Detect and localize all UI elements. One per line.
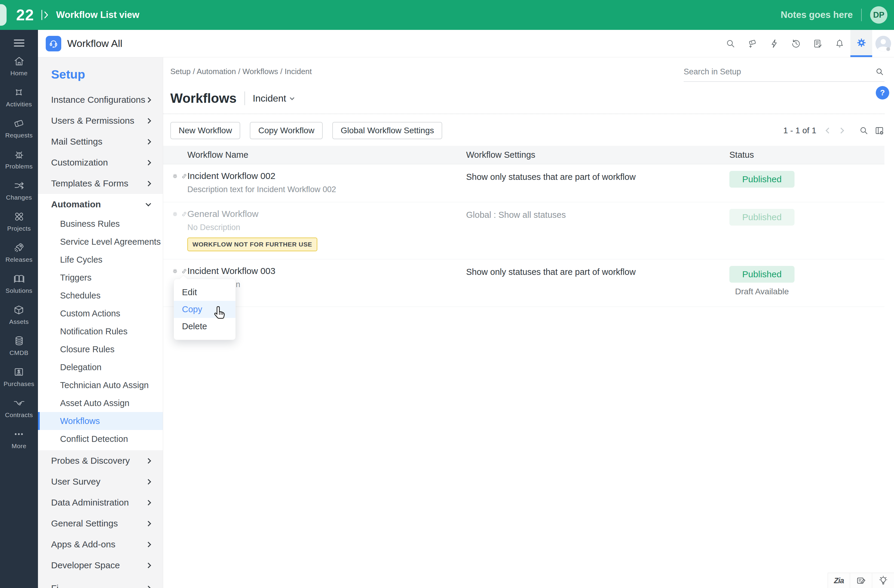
column-settings-icon[interactable] [874,125,885,136]
chevron-right-icon [145,542,151,547]
nav-item-projects[interactable]: Projects [7,210,31,232]
setup-item-life-cycles[interactable]: Life Cycles [38,251,163,269]
pagination-prev-icon[interactable] [826,128,832,133]
table-row[interactable]: Incident Workflow 002 Description text f… [163,164,885,202]
workflow-name[interactable]: Incident Workflow 002 [187,171,336,181]
list-search-icon[interactable] [859,125,869,136]
setup-group-users-permissions[interactable]: Users & Permissions [38,110,163,131]
row-link-icon[interactable] [181,210,188,218]
setup-item-asset-auto-assign[interactable]: Asset Auto Assign [38,394,163,412]
table-row[interactable]: Incident Workflow 003 No Description Sho… [163,259,885,307]
setup-item-delegation[interactable]: Delegation [38,358,163,376]
setup-item-custom-actions[interactable]: Custom Actions [38,304,163,322]
workflow-settings-value: Show only statuses that are part of work… [466,266,728,296]
setup-group-clipped[interactable]: Fi [38,578,163,588]
setup-group-mail-settings[interactable]: Mail Settings [38,131,163,152]
workflow-name[interactable]: Incident Workflow 003 [187,266,275,276]
bulb-icon[interactable] [872,573,894,588]
setup-search-input[interactable] [684,67,875,77]
nav-item-assets[interactable]: Assets [9,304,29,325]
setup-item-conflict-detection[interactable]: Conflict Detection [38,430,163,448]
task-list-icon[interactable] [807,30,829,57]
setup-group-user-survey[interactable]: User Survey [38,471,163,492]
setup-search-box[interactable] [684,67,885,82]
row-gear-icon[interactable] [172,210,178,218]
edge-pill-decoration [0,4,7,26]
workflow-name[interactable]: General Workflow [187,209,317,219]
setup-item-workflows[interactable]: Workflows [38,412,163,430]
column-header-workflow-settings[interactable]: Workflow Settings [466,150,728,160]
module-selector[interactable]: Incident [253,93,294,104]
workflow-settings-value: Global : Show all statuses [466,209,728,251]
module-nav-rail: Home Activities Requests Problems Change… [0,30,38,588]
setup-group-templates-forms[interactable]: Templates & Forms [38,173,163,194]
setup-title: Setup [38,57,163,89]
nav-item-releases[interactable]: Releases [5,242,33,263]
chevron-right-icon [145,500,151,505]
nav-item-purchases[interactable]: Purchases [4,366,34,387]
row-link-icon[interactable] [181,172,188,180]
nav-item-requests[interactable]: Requests [5,117,33,139]
setup-item-technician-auto-assign[interactable]: Technician Auto Assign [38,376,163,394]
nav-item-problems[interactable]: Problems [5,148,33,170]
chevron-right-icon [145,139,151,144]
chevron-right-icon [145,97,151,103]
setup-group-general-settings[interactable]: General Settings [38,513,163,534]
table-header: Workflow Name Workflow Settings Status [163,146,885,164]
nav-item-more[interactable]: More [12,428,26,450]
table-row[interactable]: General Workflow No Description WORKFLOW… [163,202,885,259]
topbar-notes: Notes goes here [781,9,853,20]
setup-group-probes-discovery[interactable]: Probes & Discovery [38,450,163,471]
pagination-next-icon[interactable] [838,128,844,133]
ticket-icon [12,117,25,130]
context-menu-edit[interactable]: Edit [174,284,236,301]
chevron-right-icon [145,521,151,526]
user-avatar[interactable] [872,30,894,57]
global-workflow-settings-button[interactable]: Global Workflow Settings [332,122,442,139]
hamburger-menu-icon[interactable] [13,36,25,55]
setup-group-customization[interactable]: Customization [38,152,163,173]
lightning-icon[interactable] [763,30,785,57]
new-workflow-button[interactable]: New Workflow [170,122,240,139]
setup-gear-icon[interactable] [850,30,872,57]
app-logo[interactable] [46,36,61,51]
row-gear-icon[interactable] [172,172,178,180]
chevron-right-icon [145,458,151,463]
nav-item-contracts[interactable]: Contracts [5,397,33,419]
setup-item-notification-rules[interactable]: Notification Rules [38,322,163,340]
topbar-user-avatar[interactable]: DP [870,6,887,24]
setup-group-apps-addons[interactable]: Apps & Add-ons [38,534,163,555]
page-title: Workflows [170,91,237,106]
history-icon[interactable] [785,30,807,57]
setup-group-developer-space[interactable]: Developer Space [38,555,163,576]
bell-icon[interactable] [829,30,850,57]
global-search-icon[interactable] [719,30,741,57]
help-button[interactable]: ? [876,86,889,100]
nav-item-cmdb[interactable]: CMDB [9,335,29,357]
nav-item-home[interactable]: Home [11,55,28,77]
setup-item-schedules[interactable]: Schedules [38,287,163,304]
nav-item-solutions[interactable]: Solutions [6,272,33,294]
setup-group-automation[interactable]: Automation [38,194,163,215]
setup-group-instance-configurations[interactable]: Instance Configurations [38,89,163,110]
workflow-description: No Description [187,223,317,232]
setup-item-service-level-agreements[interactable]: Service Level Agreements [38,233,163,251]
note-edit-icon[interactable] [850,573,872,588]
add-request-icon[interactable] [741,30,763,57]
column-header-status[interactable]: Status [728,150,885,160]
setup-group-data-administration[interactable]: Data Administration [38,492,163,513]
nav-item-activities[interactable]: Activities [6,86,32,108]
copy-workflow-button[interactable]: Copy Workflow [250,122,323,139]
breadcrumb[interactable]: Setup / Automation / Workflows / Inciden… [170,67,312,76]
setup-item-triggers[interactable]: Triggers [38,269,163,287]
setup-item-business-rules[interactable]: Business Rules [38,215,163,233]
book-icon [13,272,26,285]
column-header-workflow-name[interactable]: Workflow Name [163,150,466,160]
setup-item-closure-rules[interactable]: Closure Rules [38,340,163,358]
row-gear-icon[interactable] [172,268,178,275]
zia-icon[interactable]: Zia [828,573,850,588]
nav-item-changes[interactable]: Changes [6,179,32,201]
search-icon[interactable] [875,67,885,77]
row-link-icon[interactable] [181,268,188,275]
status-badge: Published [729,209,794,225]
